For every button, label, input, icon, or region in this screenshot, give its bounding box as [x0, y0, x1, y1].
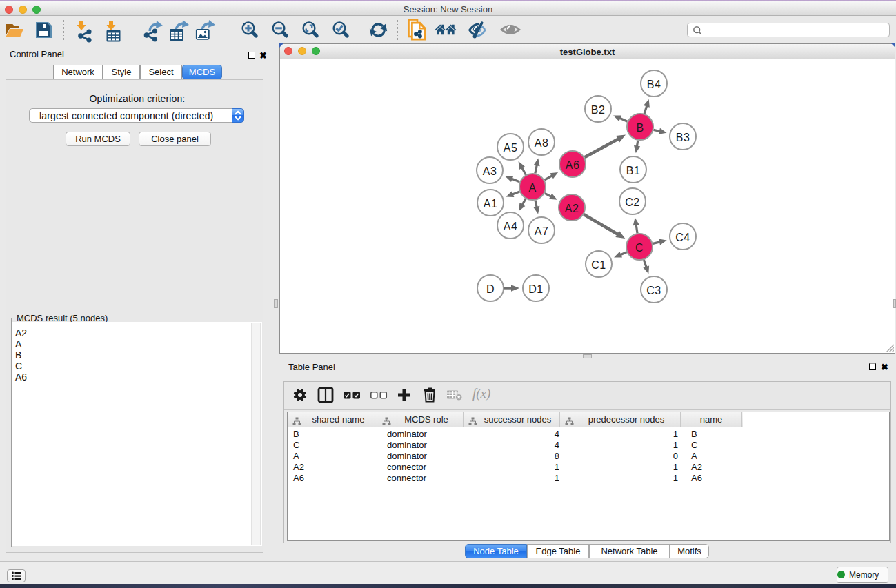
svg-text:A8: A8: [535, 137, 548, 149]
svg-text:B1: B1: [626, 165, 640, 176]
svg-text:C4: C4: [675, 232, 690, 243]
svg-text:A3: A3: [483, 165, 497, 177]
svg-text:A7: A7: [535, 225, 548, 237]
svg-text:C2: C2: [625, 196, 639, 208]
svg-text:A: A: [528, 182, 536, 194]
svg-text:C1: C1: [591, 259, 606, 271]
svg-text:A5: A5: [504, 142, 517, 154]
svg-text:C: C: [635, 242, 644, 254]
svg-text:C3: C3: [646, 285, 661, 296]
svg-text:A1: A1: [484, 198, 497, 210]
svg-text:A6: A6: [566, 159, 579, 171]
svg-text:B: B: [636, 122, 644, 134]
svg-text:D: D: [486, 283, 495, 295]
svg-text:A4: A4: [504, 221, 517, 232]
svg-text:B3: B3: [676, 132, 690, 143]
svg-text:B2: B2: [591, 104, 605, 116]
svg-text:D1: D1: [528, 283, 543, 295]
svg-text:A2: A2: [565, 203, 579, 214]
svg-text:B4: B4: [647, 79, 661, 90]
